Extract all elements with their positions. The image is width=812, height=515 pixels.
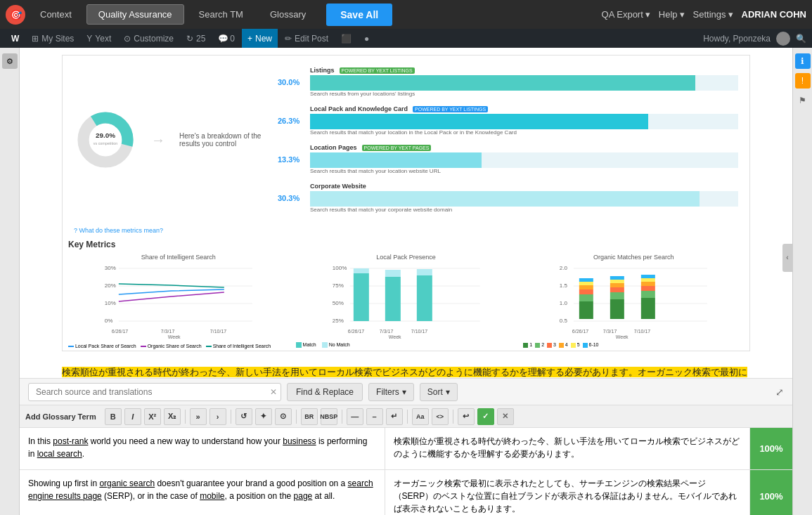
svg-rect-52 bbox=[610, 280, 624, 283]
svg-text:75%: 75% bbox=[333, 282, 344, 289]
settings-sidebar-icon[interactable]: ⚙ bbox=[2, 53, 18, 69]
svg-text:7/3/17: 7/3/17 bbox=[161, 329, 175, 334]
circle-button[interactable]: ⊙ bbox=[275, 408, 292, 425]
br-button[interactable]: BR bbox=[301, 408, 318, 425]
source-cell-1: In this post-rank world you need a new w… bbox=[20, 428, 385, 469]
chart-organic: Organic Matches per Search 2.0 1.5 1.0 0… bbox=[523, 254, 744, 345]
source-underline3: local search bbox=[37, 449, 82, 459]
svg-rect-42 bbox=[579, 301, 593, 319]
svg-text:50%: 50% bbox=[333, 300, 344, 306]
case-button[interactable]: Aa bbox=[412, 408, 429, 425]
editor-area: 29.0% vs competition → Here's a breakdow… bbox=[20, 48, 792, 515]
svg-rect-54 bbox=[641, 298, 655, 319]
main-content: ⚙ bbox=[0, 48, 812, 515]
return-button[interactable]: ↵ bbox=[386, 408, 403, 425]
svg-text:6/26/17: 6/26/17 bbox=[112, 329, 128, 334]
howdy-text: Howdy, Pponzeka bbox=[703, 34, 771, 44]
undo-last-button[interactable]: ↩ bbox=[458, 408, 475, 425]
breakdown-label: Here's a breakdown of the results you co… bbox=[179, 132, 264, 148]
arrow-icon: → bbox=[151, 132, 165, 148]
svg-rect-47 bbox=[579, 278, 593, 282]
svg-rect-58 bbox=[641, 278, 655, 282]
svg-rect-43 bbox=[579, 294, 593, 301]
funnel-area: 29.0% vs competition → Here's a breakdow… bbox=[68, 61, 744, 219]
forward-double-button[interactable]: » bbox=[190, 408, 207, 425]
new-item[interactable]: + New bbox=[242, 29, 278, 48]
nbsp-button[interactable]: NBSP bbox=[321, 408, 337, 425]
chart-section: 29.0% vs competition → Here's a breakdow… bbox=[62, 55, 750, 351]
em-dash-button[interactable]: — bbox=[347, 408, 363, 425]
superscript-button[interactable]: X² bbox=[144, 408, 161, 425]
expand-button[interactable]: ⤢ bbox=[775, 386, 784, 398]
reject-button[interactable]: ✕ bbox=[497, 408, 514, 425]
chevron-down-icon: ▾ bbox=[680, 9, 685, 20]
format-toolbar: Add Glossary Term B I X² X₂ » › ↺ ✦ ⊙ BR… bbox=[20, 405, 792, 427]
accept-button[interactable]: ✓ bbox=[477, 408, 494, 425]
filters-button[interactable]: Filters ▾ bbox=[368, 383, 414, 401]
flag-icon[interactable]: ⚑ bbox=[795, 93, 811, 108]
tab-context[interactable]: Context bbox=[28, 4, 84, 25]
svg-text:Week: Week bbox=[168, 334, 181, 339]
wp-icon-item[interactable]: W bbox=[6, 29, 25, 48]
location-bar bbox=[310, 152, 738, 168]
en-dash-button[interactable]: – bbox=[366, 408, 383, 425]
separator-3 bbox=[296, 410, 297, 424]
sort-button[interactable]: Sort ▾ bbox=[420, 383, 458, 401]
plugin-icon-2[interactable]: ● bbox=[359, 29, 375, 48]
save-all-button[interactable]: Save All bbox=[326, 4, 392, 26]
undo-button[interactable]: ↺ bbox=[236, 408, 252, 425]
customize-item[interactable]: ⊙ Customize bbox=[118, 29, 179, 48]
forward-single-button[interactable]: › bbox=[210, 408, 226, 425]
special-button[interactable]: ✦ bbox=[255, 408, 272, 425]
translation-table: In this post-rank world you need a new w… bbox=[20, 427, 792, 515]
edit-icon: ✏ bbox=[285, 34, 292, 44]
italic-button[interactable]: I bbox=[124, 408, 141, 425]
tab-glossary[interactable]: Glossary bbox=[258, 4, 318, 25]
source-underline7: page bbox=[294, 491, 313, 501]
settings-button[interactable]: Settings ▾ bbox=[693, 9, 733, 20]
code-button[interactable]: <> bbox=[432, 408, 449, 425]
tab-search-tm[interactable]: Search TM bbox=[187, 4, 255, 25]
source-underline4: organic search bbox=[99, 478, 155, 488]
search-icon[interactable]: 🔍 bbox=[796, 34, 806, 44]
help-button[interactable]: Help ▾ bbox=[659, 9, 685, 20]
svg-text:0.5: 0.5 bbox=[560, 318, 568, 324]
separator-4 bbox=[342, 410, 342, 424]
right-sidebar: ℹ ! ⚑ bbox=[792, 48, 812, 515]
svg-text:1.5: 1.5 bbox=[560, 282, 568, 289]
tab-quality-assurance[interactable]: Quality Assurance bbox=[86, 4, 184, 25]
donut-chart: 29.0% vs competition bbox=[74, 108, 137, 171]
my-sites-item[interactable]: ⊞ My Sites bbox=[26, 29, 79, 48]
avatar bbox=[776, 32, 790, 46]
yext-item[interactable]: Y Yext bbox=[81, 29, 117, 48]
update-counter[interactable]: ↻ 25 bbox=[181, 29, 211, 48]
search-clear-icon[interactable]: ✕ bbox=[270, 387, 277, 397]
bold-button[interactable]: B bbox=[105, 408, 122, 425]
find-replace-button[interactable]: Find & Replace bbox=[287, 383, 363, 401]
highlighted-para1: 検索順位が重視される時代が終わった今、新しい手法を用いてローカル検索でビジネスが… bbox=[62, 367, 638, 377]
search-input[interactable] bbox=[28, 383, 281, 401]
info-icon[interactable]: ℹ bbox=[795, 53, 811, 69]
refresh-icon: ↻ bbox=[186, 34, 193, 44]
qa-export-button[interactable]: QA Export ▾ bbox=[602, 9, 650, 20]
collapse-arrow[interactable]: ‹ bbox=[782, 244, 792, 272]
chevron-down-icon: ▾ bbox=[402, 387, 406, 397]
warning-icon[interactable]: ! bbox=[795, 73, 811, 89]
plugin-icon-1[interactable]: ⬛ bbox=[335, 29, 357, 48]
subscript-button[interactable]: X₂ bbox=[164, 408, 181, 425]
metrics-link[interactable]: ? What do these metrics mean? bbox=[68, 227, 744, 234]
local-pack-label: Local Pack and Knowledge Card bbox=[310, 105, 408, 112]
nav-right: QA Export ▾ Help ▾ Settings ▾ ADRIAN COH… bbox=[602, 9, 806, 20]
svg-rect-28 bbox=[417, 275, 432, 321]
svg-text:6/26/17: 6/26/17 bbox=[572, 329, 588, 334]
svg-text:100%: 100% bbox=[333, 265, 347, 271]
svg-rect-44 bbox=[579, 289, 593, 294]
funnel-row-location: 13.3% Location Pages POWERED BY YEXT PAG… bbox=[278, 144, 738, 174]
score-1: 100% bbox=[750, 428, 792, 469]
edit-post-item[interactable]: ✏ Edit Post bbox=[279, 29, 334, 48]
logo[interactable]: 🎯 bbox=[6, 5, 25, 25]
svg-rect-25 bbox=[354, 268, 369, 273]
chevron-down-icon: ▾ bbox=[446, 387, 450, 397]
sites-icon: ⊞ bbox=[32, 34, 39, 44]
comments-item[interactable]: 💬 0 bbox=[212, 29, 240, 48]
